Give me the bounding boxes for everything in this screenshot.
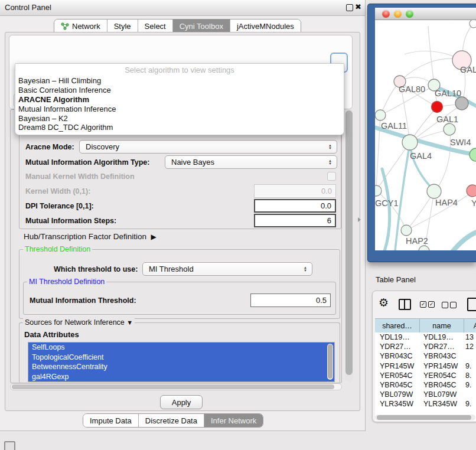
bottom-tab-bar: Impute Data Discretize Data Infer Networ…: [83, 413, 263, 428]
algorithm-option[interactable]: ARACNE Algorithm: [15, 95, 344, 105]
spinner-icon[interactable]: ▲▼: [328, 144, 332, 150]
tab-jactivemnodules[interactable]: jActiveMNodules: [230, 19, 301, 32]
table-row[interactable]: YPR145WYPR145W9.: [375, 361, 476, 371]
tab-infer-network[interactable]: Infer Network: [204, 414, 263, 427]
checked-column-icon[interactable]: ✓: [420, 301, 426, 308]
vertical-scrollbar[interactable]: [345, 109, 353, 382]
attribute-list-item[interactable]: TopologicalCoefficient: [28, 353, 334, 363]
collapse-arrow-icon[interactable]: ▶: [151, 233, 157, 241]
node-label: GAL80: [399, 84, 425, 94]
control-panel-titlebar[interactable]: Control Panel ✖: [0, 0, 365, 16]
table-cell: 12: [464, 343, 476, 351]
network-node-gal4[interactable]: [402, 135, 418, 150]
table-row[interactable]: YBL079WYBL079W: [375, 390, 476, 399]
kernel-width-field[interactable]: 0.0: [254, 184, 336, 198]
network-view-window[interactable]: GAL7GAL80GAL10GAL1GAL11SWI4GAL4GCY1HAP4Y…: [367, 4, 476, 262]
table-cell: YBR043C: [375, 352, 420, 360]
table-cell: YDL19…: [420, 333, 464, 341]
algorithm-option[interactable]: Dream8 DC_TDC Algorithm: [15, 123, 344, 132]
which-threshold-combo[interactable]: MI Threshold ▲▼: [142, 262, 312, 276]
table-cell: 9.: [464, 400, 476, 408]
mi-type-label: Mutual Information Algorithm Type:: [25, 158, 149, 167]
column-header-name[interactable]: name: [420, 319, 464, 332]
tab-select[interactable]: Select: [138, 19, 173, 32]
algorithm-option[interactable]: Basic Correlation Inference: [15, 86, 344, 95]
zoom-traffic-light[interactable]: [406, 10, 413, 18]
column-header-shared-name[interactable]: shared…: [375, 319, 420, 332]
list-scrollbar[interactable]: [327, 344, 333, 380]
mi-steps-field[interactable]: 6: [254, 214, 336, 227]
mi-threshold-field[interactable]: 0.5: [250, 294, 331, 307]
table-row[interactable]: YER054CYER054C8.: [375, 371, 476, 380]
algorithm-option[interactable]: Mutual Information Inference: [15, 104, 344, 113]
node-label: SWI4: [450, 138, 471, 147]
minimize-traffic-light[interactable]: [394, 10, 402, 18]
column-header-partial[interactable]: A: [464, 319, 476, 332]
table-row[interactable]: YBR043CYBR043C: [375, 351, 476, 361]
gear-icon[interactable]: ⚙: [379, 296, 389, 309]
unchecked-column-icon[interactable]: [450, 302, 457, 308]
hub-definition-toggle[interactable]: Hub/Transcription Factor Definition ▶: [24, 232, 157, 241]
spinner-icon[interactable]: ▲▼: [328, 159, 332, 165]
network-icon: [61, 22, 69, 30]
data-attributes-list[interactable]: SelfLoopsTopologicalCoefficientBetweenne…: [28, 342, 335, 382]
table-row[interactable]: YLR345WYLR345W9.: [375, 399, 476, 409]
network-canvas[interactable]: GAL7GAL80GAL10GAL1GAL11SWI4GAL4GCY1HAP4Y…: [375, 20, 476, 250]
collapsed-panel-icon[interactable]: [4, 441, 15, 450]
attribute-list-item[interactable]: gal4RGexp: [28, 372, 334, 382]
table-row[interactable]: YBR045CYBR045C9.: [375, 380, 476, 390]
table-row[interactable]: YIL052CYIL052C9.: [375, 409, 476, 410]
which-threshold-label: Which threshold to use:: [54, 265, 138, 273]
network-node-hap4[interactable]: [427, 184, 441, 198]
network-node-swi4[interactable]: [470, 148, 476, 161]
network-node-hap2[interactable]: [401, 225, 412, 236]
tab-discretize-data[interactable]: Discretize Data: [139, 414, 204, 427]
table-cell: YLR345W: [420, 400, 464, 408]
network-node[interactable]: [432, 102, 443, 113]
unchecked-column-icon[interactable]: [442, 302, 448, 308]
apply-button[interactable]: Apply: [160, 395, 203, 409]
manual-kernel-checkbox[interactable]: [327, 172, 336, 181]
algorithm-option[interactable]: Bayesian – K2: [15, 113, 344, 123]
table-panel: ⚙ ✓ ✓ shared… name A YDL19…YDL19…13YDR27…: [372, 291, 476, 422]
table-panel-title: Table Panel: [376, 275, 416, 284]
attribute-list-item[interactable]: BetweennessCentrality: [28, 362, 334, 372]
table-cell: YDR27…: [420, 343, 464, 351]
mi-threshold-label: Mutual Information Threshold:: [30, 296, 136, 305]
column-layout-icon[interactable]: [399, 299, 411, 310]
node-label: GAL7: [460, 65, 476, 74]
pane-splitter-grip[interactable]: [358, 217, 361, 222]
aracne-mode-combo[interactable]: Discovery ▲▼: [79, 140, 337, 154]
horizontal-scrollbar[interactable]: [10, 383, 342, 390]
close-traffic-light[interactable]: [382, 10, 390, 18]
tab-cyni-toolbox[interactable]: Cyni Toolbox: [173, 19, 230, 32]
network-node-y[interactable]: [467, 185, 476, 197]
attribute-list-item[interactable]: SelfLoops: [28, 343, 334, 353]
cyni-panel-body: galFiltered.sif default node Select algo…: [5, 32, 360, 411]
network-node[interactable]: [455, 97, 468, 110]
dropdown-arrow-icon[interactable]: ▼: [126, 319, 133, 326]
tab-style[interactable]: Style: [107, 19, 138, 32]
table-horizontal-scrollbar[interactable]: [375, 415, 475, 420]
checked-column-icon[interactable]: ✓: [428, 301, 435, 308]
table-row[interactable]: YDL19…YDL19…13: [375, 332, 476, 342]
network-node-gal11[interactable]: [375, 110, 386, 120]
close-icon[interactable]: ✖: [355, 2, 361, 11]
spinner-icon[interactable]: ▲▼: [304, 266, 307, 272]
network-node-gal1[interactable]: [444, 123, 455, 135]
float-window-icon[interactable]: [346, 4, 353, 11]
dpi-tolerance-field[interactable]: 0.0: [254, 199, 336, 213]
manual-kernel-label: Manual Kernel Width Definition: [25, 172, 135, 181]
table-row[interactable]: YDR27…YDR27…12: [375, 342, 476, 351]
table-cell: 8.: [464, 371, 476, 380]
network-node[interactable]: [470, 20, 476, 28]
function-builder-icon[interactable]: [467, 298, 476, 311]
sources-legend[interactable]: Sources for Network Inference ▼: [23, 318, 135, 327]
tab-network[interactable]: Network: [54, 19, 107, 32]
mi-algorithm-type-combo[interactable]: Naive Bayes ▲▼: [165, 155, 337, 169]
network-node[interactable]: [419, 246, 429, 250]
table-cell: YDL19…: [375, 333, 420, 341]
algorithm-option[interactable]: Bayesian – Hill Climbing: [15, 76, 344, 86]
tab-impute-data[interactable]: Impute Data: [83, 414, 139, 427]
network-window-titlebar[interactable]: [375, 8, 476, 20]
